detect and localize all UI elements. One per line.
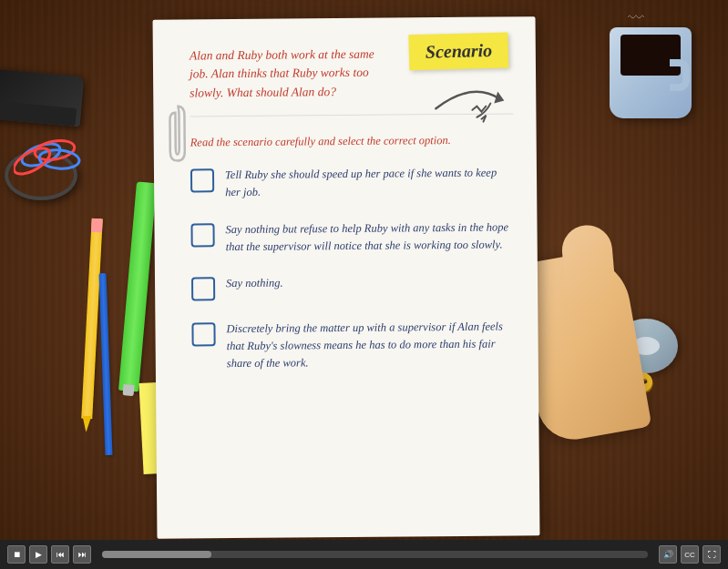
option-item-4: Discretely bring the matter up with a su… (191, 319, 515, 372)
fullscreen-button[interactable]: ⛶ (702, 545, 721, 564)
desk-background: 〰 🗝️🔑 Scenario Alan and Ruby both work a… (0, 0, 728, 569)
option-text-1: Tell Ruby she should speed up her pace i… (225, 165, 514, 201)
scenario-story-text: Alan and Ruby both work at the same job.… (190, 46, 382, 103)
progress-fill (102, 551, 211, 558)
progress-bar[interactable] (102, 551, 648, 558)
media-player-bar: ⏹ ▶ ⏮ ⏭ 🔊 CC ⛶ (0, 540, 728, 569)
scenario-instruction: Read the scenario carefully and select t… (190, 132, 514, 151)
option-checkbox-3[interactable] (191, 278, 215, 301)
rewind-button[interactable]: ⏮ (51, 545, 69, 564)
fast-forward-button[interactable]: ⏭ (73, 545, 91, 564)
option-checkbox-1[interactable] (190, 169, 214, 193)
stapler-decoration (0, 69, 84, 127)
paperclips-decoration (14, 132, 87, 178)
play-button[interactable]: ▶ (29, 545, 47, 564)
cc-button[interactable]: CC (681, 545, 699, 564)
option-text-2: Say nothing but refuse to help Ruby with… (225, 218, 514, 255)
option-text-3: Say nothing. (226, 275, 283, 292)
option-item-2: Say nothing but refuse to help Ruby with… (190, 218, 514, 256)
pen-decoration (99, 273, 113, 455)
option-item-1: Tell Ruby she should speed up her pace i… (190, 165, 514, 202)
option-checkbox-2[interactable] (190, 223, 214, 247)
volume-button[interactable]: 🔊 (659, 545, 677, 564)
option-checkbox-4[interactable] (191, 323, 215, 347)
pencil-decoration (81, 218, 102, 419)
coffee-mug-decoration: 〰 (600, 9, 701, 118)
stop-button[interactable]: ⏹ (7, 545, 26, 564)
scenario-paper: Scenario Alan and Ruby both work at the … (153, 16, 540, 539)
media-right-controls: 🔊 CC ⛶ (659, 545, 721, 564)
options-list: Tell Ruby she should speed up her pace i… (190, 165, 516, 372)
scenario-label: Scenario (408, 32, 508, 70)
option-text-4: Discretely bring the matter up with a su… (226, 319, 515, 372)
option-item-3: Say nothing. (191, 273, 515, 301)
highlighter-decoration (118, 181, 157, 391)
